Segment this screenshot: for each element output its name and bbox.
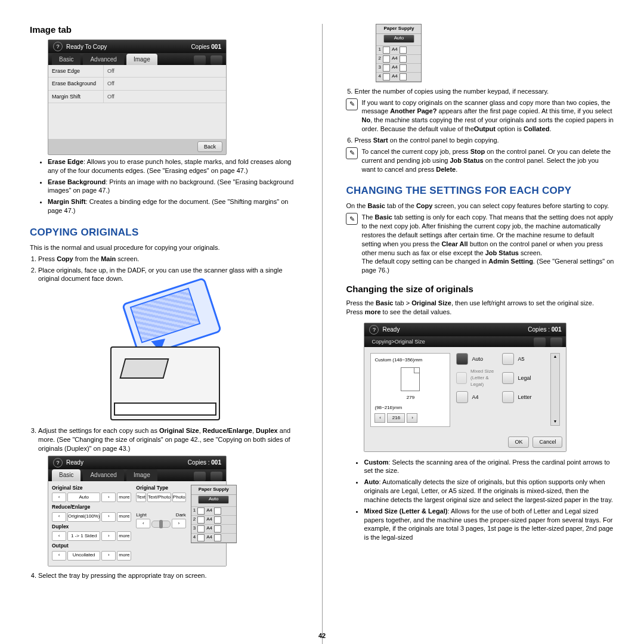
step-3: Adjust the settings for each copy such a…	[38, 426, 298, 453]
opt-a4[interactable]: A4	[456, 391, 499, 403]
opt-letter[interactable]: Letter	[502, 391, 544, 403]
export-icon[interactable]	[194, 55, 206, 65]
custom-size-box: Custom (148~356)mm 279 (98~216)mm ‹216›	[370, 353, 450, 427]
export-icon[interactable]	[194, 472, 206, 481]
heading-copying-originals: COPYING ORIGINALS	[30, 226, 298, 240]
changing-intro: On the Basic tab of the Copy screen, you…	[346, 202, 614, 210]
scrollbar[interactable]: ▴▾	[550, 353, 560, 426]
step-5: Enter the number of copies using the num…	[354, 87, 614, 96]
note-icon: ✎	[346, 213, 358, 225]
original-size-panel: ? Ready Copies : 001 Copying>Original Si…	[364, 323, 566, 452]
back-button[interactable]: Back	[197, 141, 222, 152]
opt-legal[interactable]: Legal	[502, 369, 544, 388]
image-tab-panel: ? Ready To Copy Copies 001 Basic Advance…	[48, 39, 227, 155]
opt-mixed[interactable]: Mixed Size (Letter & Legal)	[456, 369, 499, 388]
document-icon	[401, 367, 420, 391]
bullet-margin-shift: Margin Shift: Creates a binding edge for…	[48, 197, 298, 215]
heading-changing-settings: CHANGING THE SETTINGS FOR EACH COPY	[346, 184, 614, 198]
column-divider	[322, 24, 323, 644]
help-icon[interactable]: ?	[53, 458, 63, 467]
home-icon[interactable]	[550, 338, 562, 347]
tab-basic[interactable]: Basic	[52, 54, 80, 66]
step-1: Press Copy from the Main screen.	[38, 255, 298, 264]
darkness-slider[interactable]	[151, 521, 170, 528]
heading-changing-size: Changing the size of originals	[346, 283, 614, 295]
cancel-button[interactable]: Cancel	[532, 436, 562, 447]
bullet-auto: Auto: Automatically detects the size of …	[364, 478, 614, 504]
note-cancel-job: To cancel the current copy job, press St…	[361, 147, 614, 174]
paper-supply: Paper Supply Auto 1A4 2A4 3A4 4A4	[191, 485, 237, 543]
heading-image-tab: Image tab	[30, 24, 298, 36]
note-icon: ✎	[346, 98, 358, 110]
step-2: Place originals, face up, in the DADF, o…	[38, 266, 298, 284]
step-4: Select the tray by pressing the appropri…	[38, 571, 298, 580]
page-number: 42	[0, 631, 644, 640]
tab-advanced[interactable]: Advanced	[83, 469, 123, 481]
tab-image[interactable]: Image	[126, 54, 157, 66]
bullet-erase-edge: Erase Edge: Allows you to erase punch ho…	[48, 157, 298, 175]
bullet-custom: Custom: Selects the scanning area of the…	[364, 458, 614, 476]
right-column: Paper Supply Auto 1A4 2A4 3A4 4A4 Enter …	[346, 24, 614, 632]
note-icon: ✎	[346, 147, 358, 159]
home-icon[interactable]	[210, 472, 222, 481]
note-another-page: If you want to copy originals on the sca…	[361, 98, 614, 134]
copy-intro: This is the normal and usual procedure f…	[30, 243, 298, 252]
bullet-mixed: Mixed Size (Letter & Legal): Allows for …	[364, 507, 614, 542]
status-text: Ready To Copy	[66, 43, 107, 51]
printer-illustration	[86, 289, 242, 420]
tab-advanced[interactable]: Advanced	[83, 54, 123, 66]
home-icon[interactable]	[210, 55, 222, 65]
tab-basic[interactable]: Basic	[52, 469, 80, 481]
note-basic-tab: The Basic tab setting is only for each c…	[361, 213, 614, 275]
bullet-erase-bg: Erase Background: Prints an image with n…	[48, 178, 298, 196]
help-icon[interactable]: ?	[53, 42, 63, 51]
ok-button[interactable]: OK	[508, 436, 529, 447]
breadcrumb: Copying>Original Size	[368, 336, 428, 347]
export-icon[interactable]	[534, 338, 546, 347]
opt-a5[interactable]: A5	[502, 353, 544, 365]
left-column: Image tab ? Ready To Copy Copies 001 Bas…	[30, 24, 298, 632]
help-icon[interactable]: ?	[369, 325, 379, 335]
opt-auto[interactable]: Auto	[456, 353, 499, 365]
step-6: Press Start on the control panel to begi…	[354, 136, 614, 145]
basic-tab-panel: ? Ready Copies : 001 Basic Advanced Imag…	[48, 456, 227, 566]
tab-image[interactable]: Image	[126, 469, 157, 481]
paper-supply-figure: Paper Supply Auto 1A4 2A4 3A4 4A4	[376, 24, 422, 82]
